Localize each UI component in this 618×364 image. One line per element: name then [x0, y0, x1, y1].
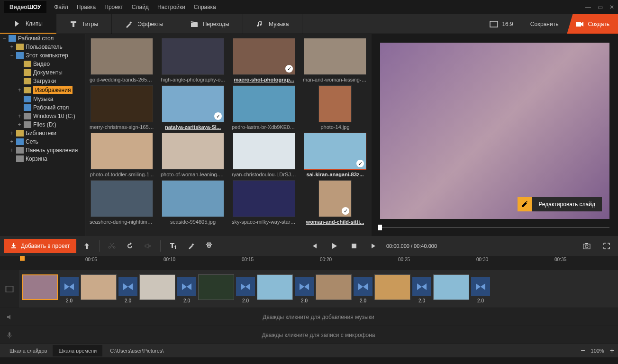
thumbnail[interactable]: ✓woman-and-child-sitti... [302, 180, 368, 225]
tree-item[interactable]: +Изображения [0, 85, 85, 95]
prev-button[interactable] [307, 238, 322, 254]
edit-slide-label: Редактировать слайд [532, 201, 602, 208]
main-menu: Файл Правка Проект Слайд Настройки Справ… [54, 4, 216, 10]
transition[interactable]: 2.0 [177, 274, 196, 303]
up-folder-button[interactable] [79, 238, 94, 254]
tab-clips[interactable]: Клипы [0, 14, 56, 34]
save-button[interactable]: Сохранить [522, 14, 567, 34]
tree-item[interactable]: Музыка [0, 95, 85, 103]
mute-button[interactable] [140, 238, 155, 254]
transition[interactable]: 2.0 [471, 274, 490, 303]
zoom-level: 100% [591, 348, 604, 354]
settings-button[interactable] [201, 238, 217, 254]
preview-panel: Редактировать слайд [372, 34, 618, 236]
tree-item[interactable]: +Сеть [0, 137, 85, 146]
menu-project[interactable]: Проект [104, 4, 123, 10]
tree-item[interactable]: +Windows 10 (C:) [0, 112, 85, 120]
add-to-project-button[interactable]: Добавить в проект [4, 239, 76, 253]
tree-item[interactable]: −Этот компьютер [0, 51, 85, 60]
tab-music[interactable]: Музыка [243, 14, 302, 34]
minimize-button[interactable]: — [585, 4, 591, 10]
tree-item[interactable]: +Библиотеки [0, 129, 85, 137]
transition[interactable]: 2.0 [412, 274, 431, 303]
thumbnail[interactable]: photo-of-toddler-smiling-1... [89, 133, 154, 177]
zoom-out-button[interactable]: − [581, 346, 585, 355]
transition[interactable]: 2.0 [354, 274, 373, 303]
play-button[interactable] [327, 238, 342, 254]
text-tool-button[interactable] [165, 238, 181, 254]
tree-item[interactable]: +Пользователь [0, 43, 85, 51]
thumbnail[interactable]: gold-wedding-bands-2657... [89, 38, 154, 82]
stop-button[interactable] [346, 238, 362, 254]
timeline-clip[interactable] [257, 274, 293, 303]
menu-help[interactable]: Справка [194, 4, 216, 10]
tree-item[interactable]: Видео [0, 60, 85, 68]
timeline-clip[interactable] [316, 274, 352, 303]
ruler-mark: 00:15 [242, 257, 254, 262]
tab-transitions[interactable]: Переходы [177, 14, 243, 34]
thumbnail[interactable]: high-angle-photography-o... [160, 38, 226, 82]
svg-rect-5 [585, 243, 588, 244]
transition[interactable]: 2.0 [118, 274, 137, 303]
tree-item[interactable]: Рабочий стол [0, 103, 85, 112]
thumbnail[interactable]: seaside-994605.jpg [160, 180, 226, 225]
menu-slide[interactable]: Слайд [132, 4, 149, 10]
mic-track[interactable]: Дважды кликните для записи с микрофона [0, 326, 618, 344]
timeline-ruler[interactable]: 00:0500:1000:1500:2000:2500:3000:35 [0, 256, 618, 270]
thumbnail[interactable]: seashore-during-nighttime... [89, 180, 154, 225]
timecode: 00:00.000 / 00:40.000 [386, 243, 437, 249]
transition[interactable]: 2.0 [295, 274, 314, 303]
thumbnail[interactable]: sky-space-milky-way-stars... [231, 180, 297, 225]
create-button[interactable]: Создать [567, 14, 618, 34]
maximize-button[interactable]: ▭ [598, 4, 603, 10]
tree-item[interactable]: −Рабочий стол [0, 34, 85, 43]
tab-slide-scale[interactable]: Шкала слайдов [4, 345, 53, 356]
thumbnail[interactable]: man-and-woman-kissing-2... [302, 38, 368, 82]
rotate-button[interactable] [122, 238, 137, 254]
timeline-clip[interactable] [374, 274, 410, 303]
clapper-icon [191, 20, 198, 28]
menu-edit[interactable]: Правка [77, 4, 96, 10]
thumbnail[interactable]: ryan-christodoulou-LDrSJ3... [231, 133, 297, 177]
close-button[interactable]: ✕ [609, 4, 614, 10]
thumbnail[interactable]: photo-14.jpg [302, 85, 368, 130]
tab-time-scale[interactable]: Шкала времени [53, 345, 102, 356]
thumbnail[interactable]: pedro-lastra-br-Xdb9KE0Q... [231, 85, 297, 130]
thumbnail[interactable]: merry-christmas-sign-1656... [89, 85, 154, 130]
timeline-clip[interactable] [22, 274, 58, 303]
timeline-clip[interactable] [433, 274, 469, 303]
thumbnail[interactable]: ✓macro-shot-photograp... [231, 38, 297, 82]
next-button[interactable] [366, 238, 382, 254]
tree-item[interactable]: +Панель управления [0, 146, 85, 155]
video-track-icon [0, 270, 19, 308]
tab-titles[interactable]: Титры [56, 14, 112, 34]
menu-file[interactable]: Файл [54, 4, 68, 10]
thumbnail[interactable]: photo-of-woman-leaning-o... [160, 133, 226, 177]
timeline-clip[interactable] [81, 274, 117, 303]
fullscreen-button[interactable] [599, 238, 614, 254]
tree-item[interactable]: +Files (D:) [0, 120, 85, 129]
status-bar: Шкала слайдов Шкала времени C:\Users\use… [0, 344, 618, 357]
video-track: 2.02.02.02.02.02.02.02.0 [0, 270, 618, 308]
snapshot-button[interactable] [579, 238, 594, 254]
zoom-in-button[interactable]: + [610, 346, 614, 355]
svg-rect-0 [490, 21, 498, 27]
tree-item[interactable]: Загрузки [0, 77, 85, 85]
timeline-clip[interactable] [139, 274, 175, 303]
edit-slide-button[interactable]: Редактировать слайд [518, 197, 602, 211]
transition[interactable]: 2.0 [60, 274, 79, 303]
tree-item[interactable]: Документы [0, 68, 85, 77]
aspect-ratio[interactable]: 16:9 [481, 14, 521, 34]
thumbnail[interactable]: ✓natalya-zaritskaya-SI... [160, 85, 226, 130]
preview-seekbar[interactable] [380, 224, 609, 231]
thumbnail[interactable]: ✓sai-kiran-anagani-83z... [302, 133, 368, 177]
menu-settings[interactable]: Настройки [157, 4, 185, 10]
cut-button[interactable] [104, 238, 119, 254]
playhead-icon[interactable] [20, 256, 25, 261]
transition[interactable]: 2.0 [236, 274, 255, 303]
tab-effects[interactable]: Эффекты [112, 14, 177, 34]
audio-track[interactable]: Дважды кликните для добавления музыки [0, 308, 618, 326]
tree-item[interactable]: Корзина [0, 155, 85, 163]
fx-button[interactable] [183, 238, 199, 254]
timeline-clip[interactable] [198, 274, 234, 303]
